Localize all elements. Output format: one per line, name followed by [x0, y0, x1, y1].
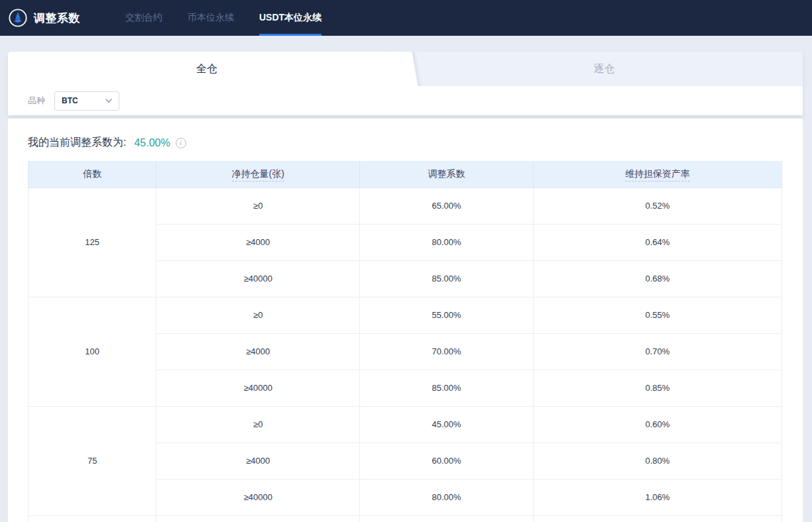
- tab-isolated-label: 逐仓: [594, 62, 615, 76]
- instrument-select-value: BTC: [62, 96, 78, 105]
- nav-item-0[interactable]: 交割合约: [125, 0, 162, 36]
- table-head: 倍数净持仓量(张)调整系数维持担保资产率: [29, 161, 782, 187]
- app-logo-icon: [8, 8, 28, 28]
- tab-cross-margin[interactable]: 全仓: [8, 52, 406, 86]
- margin-rate-cell: 0.70%: [533, 333, 782, 370]
- column-header-2: 调整系数: [360, 161, 534, 187]
- position-cell: ≥0: [156, 187, 360, 224]
- margin-rate-cell: 0.64%: [533, 224, 782, 260]
- info-icon[interactable]: i: [176, 138, 186, 148]
- leverage-cell: 125: [29, 187, 156, 297]
- margin-rate-cell: 0.52%: [533, 187, 782, 224]
- position-cell: [156, 515, 360, 522]
- instrument-filter-row: 品种 BTC: [8, 86, 803, 115]
- topbar: 调整系数 交割合约币本位永续USDT本位永续: [0, 0, 812, 36]
- adjustment-coefficient-table: 倍数净持仓量(张)调整系数维持担保资产率 125≥065.00%0.52%≥40…: [28, 161, 782, 522]
- top-nav: 交割合约币本位永续USDT本位永续: [125, 0, 347, 36]
- tab-isolated-margin[interactable]: 逐仓: [406, 52, 803, 86]
- current-coefficient-summary: 我的当前调整系数为: 45.00% i: [28, 136, 783, 150]
- table-header-row: 倍数净持仓量(张)调整系数维持担保资产率: [29, 161, 782, 187]
- coefficient-cell: 85.00%: [360, 260, 534, 297]
- chevron-down-icon: [105, 98, 113, 103]
- leverage-cell: [29, 515, 156, 522]
- coefficient-cell: 80.00%: [360, 479, 534, 515]
- instrument-label: 品种: [28, 95, 45, 107]
- coefficient-cell: 85.00%: [360, 370, 534, 406]
- coefficient-cell: 80.00%: [360, 224, 534, 260]
- position-cell: ≥40000: [156, 479, 360, 515]
- nav-item-1[interactable]: 币本位永续: [188, 0, 234, 36]
- nav-item-2[interactable]: USDT本位永续: [259, 0, 321, 36]
- tab-cross-label: 全仓: [196, 62, 217, 76]
- coefficient-cell: 65.00%: [360, 187, 534, 224]
- margin-rate-cell: 0.68%: [533, 260, 782, 297]
- position-cell: ≥4000: [156, 333, 360, 370]
- table-row: [29, 515, 782, 522]
- margin-mode-tabs: 全仓 逐仓: [8, 52, 803, 86]
- coefficient-cell: 45.00%: [360, 406, 534, 443]
- leverage-cell: 75: [29, 406, 156, 515]
- column-header-1[interactable]: 净持仓量(张): [156, 161, 360, 187]
- position-cell: ≥40000: [156, 260, 360, 297]
- margin-rate-cell: [533, 515, 782, 522]
- margin-rate-cell: 0.85%: [533, 370, 782, 406]
- column-header-0: 倍数: [29, 161, 156, 187]
- page-title: 调整系数: [34, 11, 80, 26]
- coefficient-cell: [360, 515, 534, 522]
- position-cell: ≥4000: [156, 443, 360, 479]
- margin-rate-cell: 0.60%: [533, 406, 782, 443]
- margin-rate-cell: 1.06%: [533, 479, 782, 515]
- table-row: 100≥055.00%0.55%: [29, 297, 782, 333]
- table-body: 125≥065.00%0.52%≥400080.00%0.64%≥4000085…: [29, 187, 782, 522]
- instrument-select[interactable]: BTC: [54, 91, 119, 111]
- table-row: 75≥045.00%0.60%: [29, 406, 782, 443]
- content-card: 我的当前调整系数为: 45.00% i 倍数净持仓量(张)调整系数维持担保资产率…: [8, 119, 803, 522]
- column-header-3[interactable]: 维持担保资产率: [533, 161, 782, 187]
- summary-label: 我的当前调整系数为:: [28, 136, 126, 150]
- position-cell: ≥0: [156, 406, 360, 443]
- summary-value: 45.00%: [134, 137, 170, 149]
- position-cell: ≥4000: [156, 224, 360, 260]
- tab-card: 全仓 逐仓 品种 BTC: [8, 52, 803, 115]
- table-row: 125≥065.00%0.52%: [29, 187, 782, 224]
- position-cell: ≥40000: [156, 370, 360, 406]
- position-cell: ≥0: [156, 297, 360, 333]
- leverage-cell: 100: [29, 297, 156, 406]
- margin-rate-cell: 0.80%: [533, 443, 782, 479]
- coefficient-cell: 60.00%: [360, 443, 534, 479]
- coefficient-cell: 55.00%: [360, 297, 534, 333]
- margin-rate-cell: 0.55%: [533, 297, 782, 333]
- coefficient-cell: 70.00%: [360, 333, 534, 370]
